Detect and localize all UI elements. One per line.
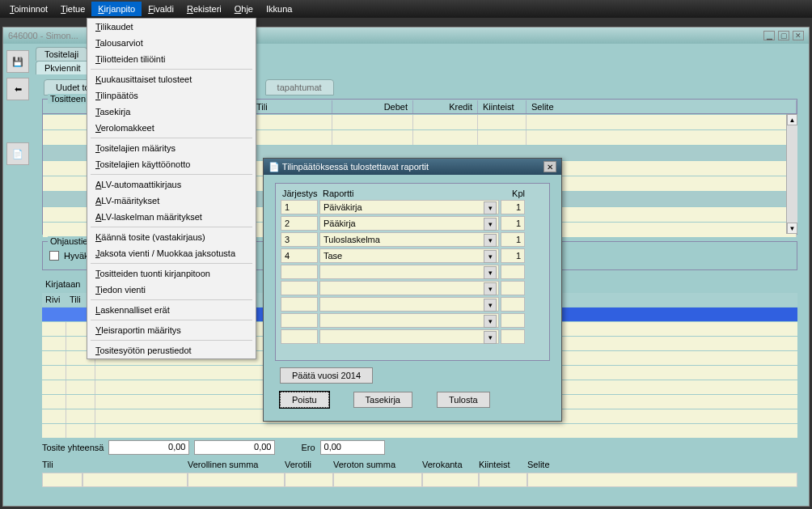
col-selite: Selite <box>527 100 797 113</box>
divider <box>91 174 252 175</box>
menu-ohje[interactable]: Ohje <box>228 2 260 16</box>
table-row[interactable] <box>281 265 544 279</box>
col-jarjestys: Järjestys <box>281 189 321 198</box>
table-row[interactable]: 3Tuloslaskelma1 <box>281 232 544 247</box>
close-icon[interactable]: ✕ <box>793 31 804 40</box>
dd-talousarviot[interactable]: Talousarviot <box>87 35 256 51</box>
raportti-select[interactable]: Tase <box>319 248 499 263</box>
doc-button[interactable]: 📄 <box>6 142 29 165</box>
scrollbar-vertical[interactable]: ▲ ▼ <box>786 114 797 234</box>
table-row[interactable] <box>281 297 544 312</box>
minimize-icon[interactable]: ▁ <box>763 31 775 40</box>
menu-ikkuna[interactable]: Ikkuna <box>260 2 298 16</box>
paata-vuosi-button[interactable]: Päätä vuosi 2014 <box>280 367 373 384</box>
raportti-select[interactable]: Pääkirja <box>319 216 499 231</box>
dd-tilikaudet[interactable]: Tilikaudet <box>87 19 256 35</box>
table-row[interactable] <box>42 424 797 438</box>
poistu-button[interactable]: Poistu <box>280 392 329 408</box>
tulosta-button[interactable]: Tulosta <box>437 392 490 408</box>
totals-debet: 0,00 <box>108 440 189 455</box>
dd-tasekirja[interactable]: Tasekirja <box>87 104 256 120</box>
scroll-down-icon[interactable]: ▼ <box>787 223 797 234</box>
raportit-dialog: 📄 Tilinpäätöksessä tulostettavat raporti… <box>263 158 562 422</box>
divider <box>91 299 252 300</box>
dd-yleisraportin[interactable]: Yleisraportin määritys <box>87 322 256 338</box>
dd-kaanna[interactable]: Käännä tosite (vastakirjaus) <box>87 229 256 245</box>
save-button[interactable]: 💾 <box>6 50 29 73</box>
dd-tositteiden-tuonti[interactable]: Tositteiden tuonti kirjanpitoon <box>87 265 256 282</box>
back-icon: ⬅ <box>15 84 22 95</box>
scroll-up-icon[interactable]: ▲ <box>787 114 797 125</box>
totals-label: Tosite yhteensä <box>42 443 104 452</box>
col-kiinteist: Kiinteist <box>478 100 527 113</box>
table-row[interactable] <box>281 329 544 344</box>
dd-tositesyoton[interactable]: Tositesyötön perustiedot <box>87 342 256 358</box>
dd-alv-auto[interactable]: ALV-automaattikirjaus <box>87 176 256 193</box>
window-icon: 📄 <box>269 162 280 172</box>
back-button[interactable]: ⬅ <box>6 78 29 100</box>
col-raportti: Raportti <box>321 189 502 198</box>
kirjataan-label: Kirjataan <box>42 277 83 291</box>
dd-jaksota[interactable]: Jaksota vienti / Muokkaa jaksotusta <box>87 245 256 261</box>
col-debet: Debet <box>332 100 413 113</box>
dd-verolomakkeet[interactable]: Verolomakkeet <box>87 120 256 136</box>
menubar: Toiminnot Tietue Kirjanpito Fivaldi Reki… <box>0 0 812 18</box>
kirjanpito-dropdown: Tilikaudet Talousarviot Tiliotteiden til… <box>87 18 256 359</box>
raportti-select[interactable]: Päiväkirja <box>319 200 499 214</box>
dialog-close-button[interactable]: ✕ <box>543 161 556 172</box>
dd-tiedon-vienti[interactable]: Tiedon vienti <box>87 282 256 298</box>
menu-tietue[interactable]: Tietue <box>54 2 91 16</box>
menu-rekisteri[interactable]: Rekisteri <box>180 2 228 16</box>
menu-kirjanpito[interactable]: Kirjanpito <box>91 2 142 16</box>
dd-tiliotteiden[interactable]: Tiliotteiden tiliöinti <box>87 51 256 67</box>
ohjaus-label: Ohjaustie <box>48 236 90 246</box>
subtab-tapahtumat[interactable]: tapahtumat <box>265 79 334 95</box>
window-title: 646000 - Simon... <box>8 31 78 40</box>
totals-kredit: 0,00 <box>194 440 275 455</box>
ero-value: 0,00 <box>320 440 385 455</box>
maximize-icon[interactable]: ▢ <box>778 31 789 40</box>
ero-label: Ero <box>301 443 315 452</box>
table-row[interactable]: 1Päiväkirja1 <box>281 200 544 214</box>
dd-alv-lask[interactable]: ALV-laskelman määritykset <box>87 209 256 225</box>
menu-fivaldi[interactable]: Fivaldi <box>142 2 180 16</box>
col-kredit: Kredit <box>413 100 478 113</box>
table-row[interactable] <box>281 313 544 328</box>
dialog-grid: Järjestys Raportti Kpl 1Päiväkirja1 2Pää… <box>275 183 550 361</box>
raportti-select[interactable] <box>319 313 499 328</box>
totals2-grid: Tili Verollinen summa Verotili Veroton s… <box>42 460 797 487</box>
menu-toiminnot[interactable]: Toiminnot <box>3 2 54 16</box>
col-kpl: Kpl <box>502 189 527 198</box>
divider <box>91 138 252 138</box>
raportti-select[interactable] <box>319 281 499 295</box>
raportti-select[interactable] <box>319 265 499 279</box>
table-row[interactable] <box>281 281 544 295</box>
table-row[interactable]: 4Tase1 <box>281 248 544 263</box>
divider <box>91 69 252 70</box>
left-toolbar: 💾 ⬅ 📄 <box>6 50 31 165</box>
hyvak-label: Hyväk <box>64 251 89 261</box>
raportti-select[interactable] <box>319 297 499 312</box>
tab-tositelaji[interactable]: Tositelaji <box>36 47 87 61</box>
divider <box>91 227 252 227</box>
tab-pkviennit[interactable]: Pkviennit <box>36 61 90 74</box>
dialog-title: Tilinpäätöksessä tulostettavat raportit <box>282 162 429 172</box>
dd-tositelajien-maaritys[interactable]: Tositelajien määritys <box>87 140 256 156</box>
hyvak-checkbox[interactable] <box>49 251 59 261</box>
divider <box>91 320 252 320</box>
raportti-select[interactable] <box>319 329 499 344</box>
dd-tilinpaatos[interactable]: Tilinpäätös <box>87 87 256 104</box>
dialog-titlebar: 📄 Tilinpäätöksessä tulostettavat raporti… <box>264 159 561 175</box>
table-row[interactable]: 2Pääkirja1 <box>281 216 544 231</box>
doc-icon: 📄 <box>12 149 23 159</box>
dd-alv-maar[interactable]: ALV-määritykset <box>87 193 256 209</box>
dd-laskennalliset[interactable]: Laskennalliset erät <box>87 302 256 318</box>
totals-row: Tosite yhteensä 0,00 0,00 Ero 0,00 <box>42 440 797 455</box>
raportti-select[interactable]: Tuloslaskelma <box>319 232 499 247</box>
divider <box>91 340 252 341</box>
dd-tositelajien-kaytto[interactable]: Tositelajien käyttöönotto <box>87 156 256 172</box>
tasekirja-button[interactable]: Tasekirja <box>353 392 412 408</box>
divider <box>91 263 252 264</box>
table-row[interactable] <box>42 473 797 487</box>
dd-kuukausittaiset[interactable]: Kuukausittaiset tulosteet <box>87 71 256 87</box>
